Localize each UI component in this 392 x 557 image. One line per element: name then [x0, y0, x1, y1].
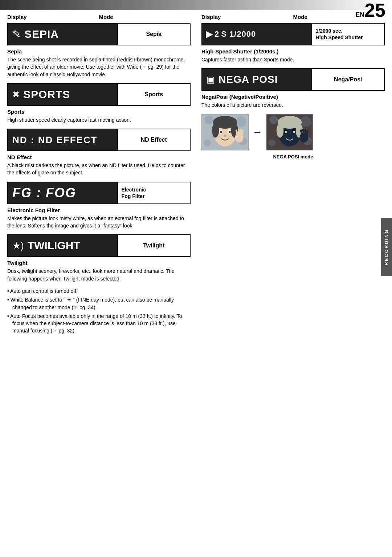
svg-point-13	[224, 134, 226, 137]
sepia-mode-label: Sepia	[117, 24, 190, 45]
twilight-bullets: Auto gain control is turned off. White B…	[7, 287, 191, 335]
negaposi-demo-label: NEGA POSI mode	[201, 154, 385, 160]
two-column-layout: ✎ SEPIA Sepia Sepia The scene being shot…	[7, 23, 385, 338]
twilight-mode-label: Twilight	[117, 235, 190, 256]
negaposi-display: ▣ NEGA POSI	[202, 69, 311, 90]
twilight-bullet-1: Auto gain control is turned off.	[7, 287, 191, 295]
svg-point-2	[236, 116, 246, 126]
nd-mode-label: ND Effect	[117, 129, 190, 150]
fg-mode-label: Electronic Fog Filter	[117, 182, 190, 203]
hss-label-line2: High Speed Shutter	[316, 34, 363, 41]
twilight-section-body: Dusk, twilight scenery, fireworks, etc.,…	[7, 267, 191, 282]
negaposi-mode-row: ▣ NEGA POSI Nega/Posi	[201, 68, 385, 91]
svg-point-31	[293, 131, 295, 133]
left-display-label: Display	[7, 14, 99, 20]
left-mode-label: Mode	[99, 14, 191, 20]
left-col-header: Display Mode	[7, 14, 191, 20]
sepia-section-title: Sepia	[7, 48, 191, 55]
negaposi-icon: ▣	[207, 74, 215, 85]
page-number: 25	[364, 1, 385, 20]
nd-section-title: ND Effect	[7, 154, 191, 160]
hss-mode-row: ▶ 2 S 1/2000 1/2000 sec. High Speed Shut…	[201, 23, 385, 45]
sports-section-title: Sports	[7, 109, 191, 115]
sports-title: SPORTS	[23, 88, 70, 101]
twilight-bullet-2: White Balance is set to " ☀ " (FINE day …	[7, 296, 191, 311]
fg-section-body: Makes the picture look misty white, as w…	[7, 215, 191, 230]
hss-section-title: High-Speed Shutter (1/2000s.)	[201, 48, 385, 55]
hss-display: ▶ 2 S 1/2000	[202, 24, 311, 45]
svg-line-16	[238, 129, 239, 133]
sports-display: ✖ SPORTS	[8, 84, 117, 105]
sepia-section-body: The scene being shot is recorded in sepi…	[7, 56, 191, 78]
svg-point-20	[269, 116, 278, 124]
twilight-section-title: Twilight	[7, 260, 191, 266]
twilight-bullet-3: Auto Focus becomes available only in the…	[7, 312, 191, 335]
twilight-mode-row: ★) TWILIGHT Twilight	[7, 234, 191, 257]
negaposi-demo-images: →	[201, 114, 385, 150]
fg-mode-row: FG : FOG Electronic Fog Filter	[7, 182, 191, 204]
nd-display: ND : ND EFFECT	[8, 129, 117, 150]
negaposi-mode-label: Nega/Posi	[311, 69, 384, 90]
hss-label-line1: 1/2000 sec.	[316, 28, 343, 34]
nd-section-body: A black mist darkens the picture, as whe…	[7, 162, 191, 177]
sepia-icon: ✎	[12, 28, 21, 40]
svg-point-1	[205, 116, 213, 124]
svg-point-3	[204, 139, 211, 146]
column-headers: Display Mode Display Mode	[7, 14, 385, 20]
svg-point-30	[285, 131, 287, 133]
recording-tab: RECORDING	[381, 218, 392, 276]
right-display-label: Display	[201, 14, 293, 20]
negaposi-arrow: →	[252, 126, 262, 138]
svg-line-18	[242, 131, 243, 134]
page-header: EN 25	[355, 0, 392, 20]
svg-line-37	[307, 131, 307, 134]
negaposi-section-title: Nega/Posi (Negative/Positive)	[201, 94, 385, 100]
twilight-icon: ★)	[12, 240, 24, 251]
svg-point-11	[220, 131, 222, 133]
svg-point-22	[268, 139, 275, 146]
negaposi-section-body: The colors of a picture are reversed.	[201, 101, 385, 109]
right-column: ▶ 2 S 1/2000 1/2000 sec. High Speed Shut…	[201, 23, 385, 338]
hss-icon: ▶	[206, 29, 212, 39]
hss-shutter-label: S 1/2000	[221, 29, 256, 39]
sports-mode-label: Sports	[117, 84, 190, 105]
sports-icon: ✖	[12, 89, 20, 100]
svg-line-35	[303, 129, 303, 133]
twilight-display: ★) TWILIGHT	[8, 235, 117, 256]
main-content: Display Mode Display Mode ✎ SEPIA Sepia …	[0, 10, 392, 338]
svg-line-34	[301, 130, 302, 134]
nd-mode-row: ND : ND EFFECT ND Effect	[7, 129, 191, 151]
twilight-title: TWILIGHT	[28, 239, 80, 252]
negaposi-normal-img	[201, 114, 249, 150]
top-gradient-bar	[0, 0, 392, 10]
hss-num: 2	[215, 29, 219, 39]
fg-label-line2: Fog Filter	[122, 193, 145, 199]
svg-point-32	[288, 134, 291, 137]
negaposi-inverted-img	[266, 114, 313, 150]
nd-title: ND : ND EFFECT	[12, 134, 98, 146]
left-column: ✎ SEPIA Sepia Sepia The scene being shot…	[7, 23, 191, 338]
fg-label-line1: Electronic	[122, 186, 146, 193]
svg-line-15	[236, 130, 237, 134]
sports-section-body: High shutter speed clearly captures fast…	[7, 116, 191, 124]
negaposi-title: NEGA POSI	[219, 74, 278, 85]
hss-section-body: Captures faster action than Sports mode.	[201, 56, 385, 63]
svg-point-12	[229, 131, 231, 133]
svg-point-21	[300, 116, 311, 126]
sepia-mode-row: ✎ SEPIA Sepia	[7, 23, 191, 45]
sepia-title: SEPIA	[24, 28, 59, 40]
en-label: EN	[355, 12, 364, 18]
hss-mode-label: 1/2000 sec. High Speed Shutter	[311, 24, 384, 45]
sepia-display: ✎ SEPIA	[8, 24, 117, 45]
fg-display: FG : FOG	[8, 182, 117, 203]
sports-mode-row: ✖ SPORTS Sports	[7, 83, 191, 106]
svg-point-26	[277, 123, 284, 137]
fg-section-title: Electronic Fog Filter	[7, 207, 191, 213]
svg-point-7	[212, 123, 219, 137]
fg-title: FG : FOG	[12, 185, 76, 201]
